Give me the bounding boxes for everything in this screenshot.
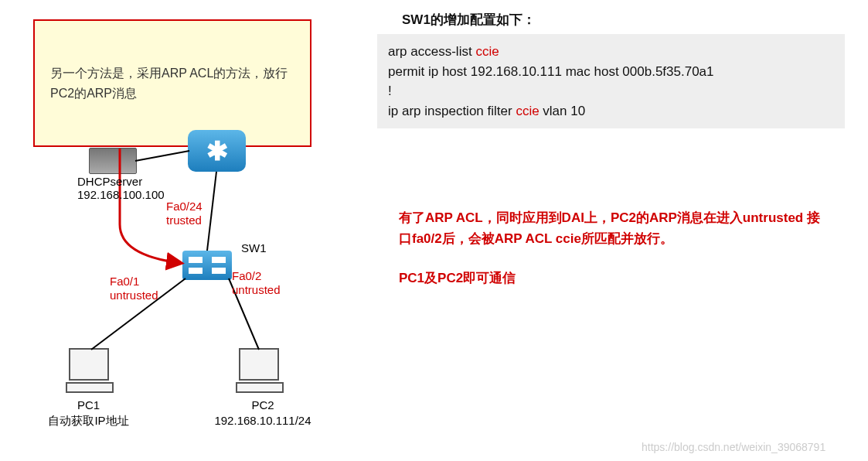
router-icon: ✱: [188, 130, 246, 172]
note-text: 另一个方法是，采用ARP ACL的方法，放行PC2的ARP消息: [50, 63, 294, 103]
config-title: SW1的增加配置如下：: [402, 11, 536, 29]
port-fa024-label: Fa0/24 trusted: [166, 200, 203, 227]
watermark: https://blog.csdn.net/weixin_39068791: [642, 441, 825, 453]
note-box: 另一个方法是，采用ARP ACL的方法，放行PC2的ARP消息: [33, 19, 311, 147]
dhcp-label: DHCPserver 192.168.100.100: [77, 175, 165, 201]
config-line-3: !: [388, 81, 834, 101]
config-line-4: ip arp inspection filter ccie vlan 10: [388, 101, 834, 121]
pc1-icon: [66, 348, 112, 391]
port-fa01-label: Fa0/1 untrusted: [110, 275, 158, 302]
dhcp-server-icon: [89, 148, 137, 174]
config-line-2: permit ip host 192.168.10.111 mac host 0…: [388, 62, 834, 82]
svg-line-1: [207, 172, 216, 251]
pc2-icon: [236, 348, 282, 391]
explain-block: 有了ARP ACL，同时应用到DAI上，PC2的ARP消息在进入untruste…: [399, 207, 832, 308]
svg-line-0: [135, 151, 189, 161]
port-fa02-label: Fa0/2 untrusted: [232, 269, 281, 297]
sw1-label: SW1: [241, 241, 267, 254]
config-block: arp access-list ccie permit ip host 192.…: [377, 34, 845, 128]
config-line-1: arp access-list ccie: [388, 42, 834, 62]
explain-p2: PC1及PC2即可通信: [399, 268, 832, 289]
switch-sw1-icon: [182, 251, 232, 280]
explain-p1: 有了ARP ACL，同时应用到DAI上，PC2的ARP消息在进入untruste…: [399, 207, 832, 249]
pc1-label: PC1 自动获取IP地址: [40, 398, 137, 428]
pc2-label: PC2 192.168.10.111/24: [205, 398, 321, 428]
